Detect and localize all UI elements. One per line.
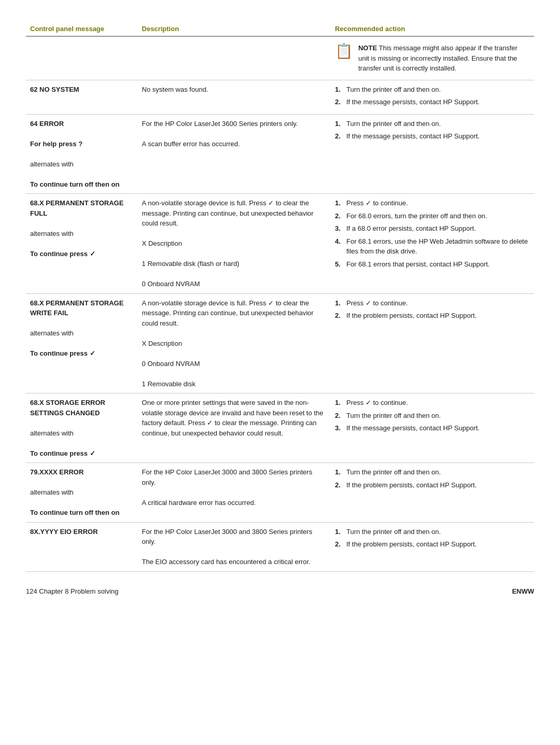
action-item-0: Turn the printer off and then on. xyxy=(335,119,530,129)
footer-left: 124 Chapter 8 Problem solving xyxy=(26,587,119,595)
action-item-1: If the message persists, contact HP Supp… xyxy=(335,97,530,107)
col2-line-0: A non-volatile storage device is full. P… xyxy=(142,199,314,227)
col1-line-2: For help press ? xyxy=(30,140,82,148)
col1-62-no-system: 62 NO SYSTEM xyxy=(26,80,138,114)
col1-line-0: 68.X PERMANENT STORAGE FULL xyxy=(30,199,123,217)
col1-68x-permanent-storage-full: 68.X PERMANENT STORAGE FULLalternates wi… xyxy=(26,194,138,294)
col1-64-error: 64 ERRORFor help press ?alternates withT… xyxy=(26,114,138,194)
col1-line-6: To continue turn off then on xyxy=(30,180,119,188)
col2-line-0: One or more printer settings that were s… xyxy=(142,399,324,437)
col2-line-2: A scan buffer error has occurred. xyxy=(142,140,240,148)
col1-line-0: 64 ERROR xyxy=(30,120,64,128)
col2-header: Description xyxy=(138,21,331,36)
col1-line-2: alternates with xyxy=(30,329,74,337)
note-col1 xyxy=(26,36,138,80)
page-footer: 124 Chapter 8 Problem solving ENWW xyxy=(26,587,534,595)
note-content: This message might also appear if the tr… xyxy=(358,44,517,72)
col2-68x-permanent-storage-write-fail: A non-volatile storage device is full. P… xyxy=(138,293,331,393)
col1-8x-yyyy-eio-error: 8X.YYYY EIO ERROR xyxy=(26,522,138,571)
note-col2 xyxy=(138,36,331,80)
col1-line-4: alternates with xyxy=(30,160,74,168)
col1-68x-storage-error-settings-changed: 68.X STORAGE ERROR SETTINGS CHANGEDalter… xyxy=(26,393,138,463)
col2-line-0: For the HP Color LaserJet 3000 and 3800 … xyxy=(142,468,313,486)
note-box: 📋 NOTE This message might also appear if… xyxy=(335,41,530,76)
col3-68x-permanent-storage-write-fail: Press ✓ to continue.If the problem persi… xyxy=(331,293,534,393)
col2-line-2: The EIO accessory card has encountered a… xyxy=(142,558,311,566)
action-item-2: If the message persists, contact HP Supp… xyxy=(335,423,530,433)
col1-line-4: To continue press ✓ xyxy=(30,250,95,258)
col2-8x-yyyy-eio-error: For the HP Color LaserJet 3000 and 3800 … xyxy=(138,522,331,571)
page-wrapper: Control panel message Description Recomm… xyxy=(26,21,534,595)
col1-line-0: 68.X PERMANENT STORAGE WRITE FAIL xyxy=(30,299,123,317)
col3-8x-yyyy-eio-error: Turn the printer off and then on.If the … xyxy=(331,522,534,571)
action-item-1: Turn the printer off and then on. xyxy=(335,411,530,421)
col1-line-0: 62 NO SYSTEM xyxy=(30,86,79,93)
action-list-8x-yyyy-eio-error: Turn the printer off and then on.If the … xyxy=(335,527,530,550)
footer-right: ENWW xyxy=(512,587,534,595)
table-row-64-error: 64 ERRORFor help press ?alternates withT… xyxy=(26,114,534,194)
action-item-0: Press ✓ to continue. xyxy=(335,398,530,408)
col1-line-4: To continue press ✓ xyxy=(30,449,95,457)
col2-line-2: A critical hardware error has occurred. xyxy=(142,499,256,507)
col2-68x-storage-error-settings-changed: One or more printer settings that were s… xyxy=(138,393,331,463)
col1-line-0: 8X.YYYY EIO ERROR xyxy=(30,528,98,536)
col1-line-0: 68.X STORAGE ERROR SETTINGS CHANGED xyxy=(30,399,105,417)
action-item-1: If the problem persists, contact HP Supp… xyxy=(335,311,530,321)
col2-62-no-system: No system was found. xyxy=(138,80,331,114)
col2-line-2: X Description xyxy=(142,340,182,347)
col3-68x-permanent-storage-full: Press ✓ to continue.For 68.0 errors, tur… xyxy=(331,194,534,294)
col2-line-6: 0 Onboard NVRAM xyxy=(142,280,200,288)
action-list-68x-permanent-storage-write-fail: Press ✓ to continue.If the problem persi… xyxy=(335,298,530,321)
col2-79-xxxx-error: For the HP Color LaserJet 3000 and 3800 … xyxy=(138,463,331,523)
col1-line-0: 79.XXXX ERROR xyxy=(30,468,83,476)
table-row-68x-permanent-storage-full: 68.X PERMANENT STORAGE FULLalternates wi… xyxy=(26,194,534,294)
action-item-1: For 68.0 errors, turn the printer off an… xyxy=(335,211,530,221)
action-item-0: Press ✓ to continue. xyxy=(335,298,530,308)
col2-64-error: For the HP Color LaserJet 3600 Series pr… xyxy=(138,114,331,194)
col2-line-0: A non-volatile storage device is full. P… xyxy=(142,299,314,327)
action-item-1: If the message persists, contact HP Supp… xyxy=(335,131,530,142)
col1-68x-permanent-storage-write-fail: 68.X PERMANENT STORAGE WRITE FAILalterna… xyxy=(26,293,138,393)
col1-header: Control panel message xyxy=(26,21,138,36)
col2-line-6: 1 Removable disk xyxy=(142,380,195,388)
main-table: Control panel message Description Recomm… xyxy=(26,21,534,572)
col3-header: Recommended action xyxy=(331,21,534,36)
action-item-0: Turn the printer off and then on. xyxy=(335,85,530,95)
note-col3: 📋 NOTE This message might also appear if… xyxy=(331,36,534,80)
note-icon: 📋 xyxy=(335,44,353,59)
col1-line-2: alternates with xyxy=(30,488,74,496)
note-label: NOTE xyxy=(358,44,377,52)
action-item-0: Turn the printer off and then on. xyxy=(335,467,530,477)
table-row-8x-yyyy-eio-error: 8X.YYYY EIO ERRORFor the HP Color LaserJ… xyxy=(26,522,534,571)
col1-line-2: alternates with xyxy=(30,429,74,437)
col3-68x-storage-error-settings-changed: Press ✓ to continue.Turn the printer off… xyxy=(331,393,534,463)
action-item-0: Press ✓ to continue. xyxy=(335,198,530,208)
col2-line-0: For the HP Color LaserJet 3000 and 3800 … xyxy=(142,528,313,546)
action-list-68x-storage-error-settings-changed: Press ✓ to continue.Turn the printer off… xyxy=(335,398,530,433)
action-item-1: If the problem persists, contact HP Supp… xyxy=(335,480,530,490)
col1-line-4: To continue turn off then on xyxy=(30,509,119,516)
action-list-68x-permanent-storage-full: Press ✓ to continue.For 68.0 errors, tur… xyxy=(335,198,530,269)
col3-62-no-system: Turn the printer off and then on.If the … xyxy=(331,80,534,114)
action-item-0: Turn the printer off and then on. xyxy=(335,527,530,537)
col2-68x-permanent-storage-full: A non-volatile storage device is full. P… xyxy=(138,194,331,294)
action-item-3: For 68.1 errors, use the HP Web Jetadmin… xyxy=(335,236,530,257)
col1-79-xxxx-error: 79.XXXX ERRORalternates withTo continue … xyxy=(26,463,138,523)
action-item-2: If a 68.0 error persists, contact HP Sup… xyxy=(335,223,530,234)
table-row-62-no-system: 62 NO SYSTEMNo system was found.Turn the… xyxy=(26,80,534,114)
col1-line-2: alternates with xyxy=(30,230,74,237)
col3-64-error: Turn the printer off and then on.If the … xyxy=(331,114,534,194)
col3-79-xxxx-error: Turn the printer off and then on.If the … xyxy=(331,463,534,523)
action-item-4: For 68.1 errors that persist, contact HP… xyxy=(335,259,530,270)
col2-line-4: 1 Removable disk (flash or hard) xyxy=(142,260,240,268)
table-row-68x-permanent-storage-write-fail: 68.X PERMANENT STORAGE WRITE FAILalterna… xyxy=(26,293,534,393)
table-row-68x-storage-error-settings-changed: 68.X STORAGE ERROR SETTINGS CHANGEDalter… xyxy=(26,393,534,463)
action-list-79-xxxx-error: Turn the printer off and then on.If the … xyxy=(335,467,530,490)
action-list-64-error: Turn the printer off and then on.If the … xyxy=(335,119,530,142)
action-list-62-no-system: Turn the printer off and then on.If the … xyxy=(335,85,530,107)
col2-line-2: X Description xyxy=(142,240,182,247)
col2-line-0: No system was found. xyxy=(142,86,208,93)
table-row-79-xxxx-error: 79.XXXX ERRORalternates withTo continue … xyxy=(26,463,534,523)
col2-line-4: 0 Onboard NVRAM xyxy=(142,360,200,368)
note-text: NOTE This message might also appear if t… xyxy=(358,43,530,74)
